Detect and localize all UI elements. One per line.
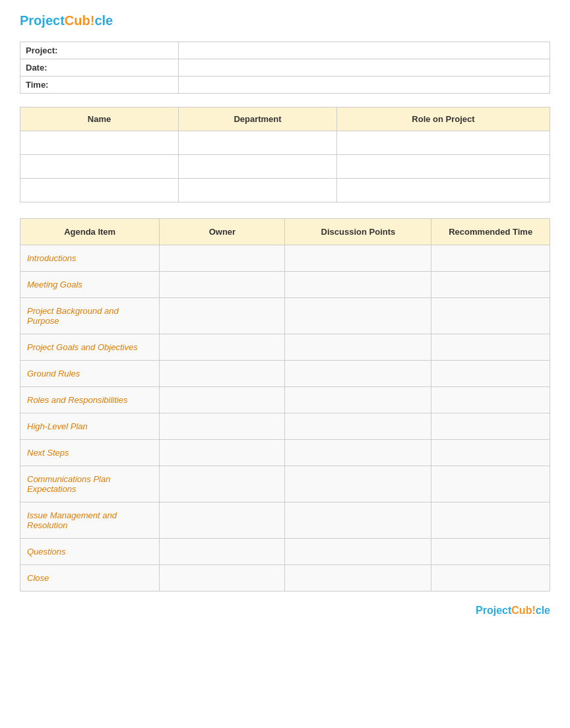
agenda-discussion	[285, 502, 431, 539]
agenda-item: Next Steps	[20, 440, 160, 466]
attendees-header: Name	[20, 107, 179, 131]
agenda-item: Project Background and Purpose	[20, 298, 160, 334]
agenda-discussion	[285, 539, 431, 565]
agenda-time	[431, 539, 550, 565]
agenda-header: Discussion Points	[285, 219, 431, 245]
agenda-item: Introductions	[20, 245, 160, 272]
info-label: Date:	[20, 59, 179, 76]
agenda-owner	[160, 539, 285, 565]
attendees-header: Role on Project	[337, 107, 550, 131]
agenda-item: Questions	[20, 539, 160, 565]
agenda-item: Meeting Goals	[20, 272, 160, 298]
agenda-owner	[160, 245, 285, 272]
agenda-header: Agenda Item	[20, 219, 160, 245]
attendee-row	[20, 179, 550, 202]
attendees-table: NameDepartmentRole on Project	[20, 107, 550, 202]
agenda-time	[431, 502, 550, 539]
agenda-discussion	[285, 466, 431, 502]
agenda-owner	[160, 387, 285, 413]
agenda-time	[431, 361, 550, 387]
agenda-discussion	[285, 298, 431, 334]
info-row: Date:	[20, 59, 550, 76]
attendee-cell	[337, 179, 550, 202]
info-row: Time:	[20, 76, 550, 94]
agenda-owner	[160, 413, 285, 440]
agenda-owner	[160, 466, 285, 502]
agenda-time	[431, 298, 550, 334]
agenda-row: Meeting Goals	[20, 272, 550, 298]
agenda-row: Next Steps	[20, 440, 550, 466]
logo-cub: Cub	[65, 13, 90, 28]
agenda-header: Owner	[160, 219, 285, 245]
agenda-discussion	[285, 440, 431, 466]
attendee-cell	[179, 155, 337, 179]
agenda-discussion	[285, 387, 431, 413]
agenda-owner	[160, 440, 285, 466]
agenda-owner	[160, 298, 285, 334]
agenda-header: Recommended Time	[431, 219, 550, 245]
agenda-discussion	[285, 565, 431, 592]
agenda-row: Ground Rules	[20, 361, 550, 387]
attendee-cell	[20, 179, 179, 202]
info-value	[179, 76, 550, 94]
agenda-item: Issue Management and Resolution	[20, 502, 160, 539]
agenda-item: Roles and Responsibilities	[20, 387, 160, 413]
info-label: Time:	[20, 76, 179, 94]
attendee-cell	[337, 155, 550, 179]
attendee-cell	[20, 131, 179, 155]
agenda-time	[431, 440, 550, 466]
agenda-owner	[160, 361, 285, 387]
footer-project: Project	[476, 605, 511, 616]
footer-cub: Cub	[511, 605, 532, 616]
info-table: Project:Date:Time:	[20, 42, 550, 94]
agenda-discussion	[285, 272, 431, 298]
agenda-discussion	[285, 413, 431, 440]
attendees-header: Department	[179, 107, 337, 131]
agenda-time	[431, 334, 550, 361]
agenda-row: Project Goals and Objectives	[20, 334, 550, 361]
agenda-row: Close	[20, 565, 550, 592]
attendee-cell	[179, 179, 337, 202]
agenda-owner	[160, 565, 285, 592]
footer-icle: cle	[536, 605, 550, 616]
attendee-cell	[337, 131, 550, 155]
logo: ProjectCub!cle	[20, 13, 550, 28]
agenda-row: Questions	[20, 539, 550, 565]
agenda-time	[431, 272, 550, 298]
agenda-time	[431, 413, 550, 440]
attendee-cell	[179, 131, 337, 155]
agenda-owner	[160, 272, 285, 298]
agenda-row: Project Background and Purpose	[20, 298, 550, 334]
agenda-item: Ground Rules	[20, 361, 160, 387]
agenda-time	[431, 466, 550, 502]
agenda-time	[431, 387, 550, 413]
agenda-row: Introductions	[20, 245, 550, 272]
attendee-row	[20, 131, 550, 155]
info-value	[179, 59, 550, 76]
agenda-row: High-Level Plan	[20, 413, 550, 440]
agenda-item: Communications Plan Expectations	[20, 466, 160, 502]
logo-project: Project	[20, 13, 65, 28]
agenda-item: Close	[20, 565, 160, 592]
agenda-table: Agenda ItemOwnerDiscussion PointsRecomme…	[20, 218, 550, 592]
agenda-owner	[160, 334, 285, 361]
agenda-discussion	[285, 245, 431, 272]
agenda-row: Roles and Responsibilities	[20, 387, 550, 413]
agenda-discussion	[285, 334, 431, 361]
agenda-item: High-Level Plan	[20, 413, 160, 440]
info-label: Project:	[20, 42, 179, 59]
attendee-cell	[20, 155, 179, 179]
agenda-time	[431, 245, 550, 272]
agenda-discussion	[285, 361, 431, 387]
agenda-row: Issue Management and Resolution	[20, 502, 550, 539]
footer: ProjectCub!cle	[20, 605, 550, 617]
attendee-row	[20, 155, 550, 179]
info-value	[179, 42, 550, 59]
agenda-time	[431, 565, 550, 592]
agenda-item: Project Goals and Objectives	[20, 334, 160, 361]
logo-icle: cle	[94, 13, 113, 28]
info-row: Project:	[20, 42, 550, 59]
agenda-owner	[160, 502, 285, 539]
agenda-row: Communications Plan Expectations	[20, 466, 550, 502]
